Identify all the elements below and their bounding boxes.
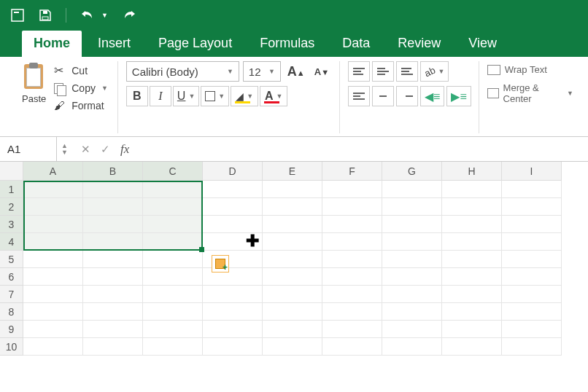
cell[interactable]: [203, 233, 263, 251]
cell[interactable]: [23, 181, 83, 198]
cell[interactable]: [382, 303, 442, 321]
cell[interactable]: [263, 198, 322, 216]
cell[interactable]: [502, 268, 562, 286]
bold-button[interactable]: B: [126, 86, 148, 106]
cell[interactable]: [83, 303, 143, 321]
cell[interactable]: [143, 251, 203, 268]
row-header[interactable]: 10: [0, 338, 23, 356]
cell[interactable]: [23, 268, 83, 286]
cell[interactable]: [83, 338, 143, 356]
row-header[interactable]: 4: [0, 233, 23, 251]
cell[interactable]: [83, 216, 143, 233]
cell[interactable]: [322, 286, 382, 303]
cell[interactable]: [23, 216, 83, 233]
cell[interactable]: [502, 321, 562, 338]
cell[interactable]: [442, 198, 502, 216]
cell[interactable]: [322, 198, 382, 216]
row-header[interactable]: 1: [0, 181, 23, 198]
cell[interactable]: [382, 233, 442, 251]
cell[interactable]: [263, 338, 322, 356]
row-header[interactable]: 6: [0, 268, 23, 286]
cell[interactable]: [263, 303, 322, 321]
cell[interactable]: [442, 321, 502, 338]
cell[interactable]: [263, 286, 322, 303]
grow-font-button[interactable]: A▲: [285, 62, 308, 82]
column-header[interactable]: B: [83, 162, 143, 181]
decrease-indent-button[interactable]: ◀≡: [420, 86, 444, 106]
cell[interactable]: [382, 251, 442, 268]
undo-icon[interactable]: [80, 8, 96, 23]
cell[interactable]: [23, 233, 83, 251]
cell[interactable]: [263, 321, 322, 338]
column-header[interactable]: H: [442, 162, 502, 181]
cell[interactable]: [442, 216, 502, 233]
cell[interactable]: [203, 181, 263, 198]
cell[interactable]: [322, 216, 382, 233]
cell[interactable]: [143, 321, 203, 338]
cell[interactable]: [23, 251, 83, 268]
row-header[interactable]: 2: [0, 198, 23, 216]
cell[interactable]: [382, 338, 442, 356]
spreadsheet-grid[interactable]: A B C D E F G H I 1 2 3 4 5 6 7 8 9 10: [0, 162, 588, 356]
tab-data[interactable]: Data: [330, 31, 382, 57]
merge-center-button[interactable]: Merge & Center ▼: [487, 82, 573, 104]
cell[interactable]: [322, 303, 382, 321]
column-header[interactable]: A: [23, 162, 83, 181]
cell[interactable]: [143, 286, 203, 303]
cell[interactable]: [322, 268, 382, 286]
orientation-button[interactable]: ab▼: [420, 61, 449, 82]
tab-page-layout[interactable]: Page Layout: [147, 31, 244, 57]
row-header[interactable]: 7: [0, 286, 23, 303]
cell[interactable]: [382, 268, 442, 286]
font-name-select[interactable]: Calibri (Body) ▼: [126, 61, 239, 82]
cell[interactable]: [83, 268, 143, 286]
cell[interactable]: [502, 233, 562, 251]
cell[interactable]: [143, 198, 203, 216]
cell[interactable]: [502, 251, 562, 268]
cell[interactable]: [203, 338, 263, 356]
cell[interactable]: [382, 216, 442, 233]
tab-home[interactable]: Home: [22, 31, 82, 57]
shrink-font-button[interactable]: A▼: [312, 64, 332, 79]
cell[interactable]: [203, 286, 263, 303]
paste-button[interactable]: Paste: [22, 61, 46, 104]
cell[interactable]: [143, 303, 203, 321]
cell[interactable]: [442, 268, 502, 286]
cell[interactable]: [442, 233, 502, 251]
cell[interactable]: [502, 338, 562, 356]
cell[interactable]: [83, 286, 143, 303]
cell[interactable]: [263, 251, 322, 268]
cell[interactable]: [442, 251, 502, 268]
font-color-button[interactable]: A ▼: [260, 86, 287, 106]
cell[interactable]: [322, 251, 382, 268]
cell[interactable]: [322, 181, 382, 198]
column-header[interactable]: C: [143, 162, 203, 181]
cell[interactable]: [322, 233, 382, 251]
wrap-text-button[interactable]: Wrap Text: [487, 64, 573, 75]
cell[interactable]: [203, 321, 263, 338]
cell[interactable]: [263, 233, 322, 251]
cell[interactable]: [143, 181, 203, 198]
cell[interactable]: [442, 303, 502, 321]
align-left-button[interactable]: [348, 86, 370, 106]
cancel-formula-icon[interactable]: ✕: [81, 143, 90, 156]
redo-icon[interactable]: [121, 8, 137, 23]
cell[interactable]: [23, 198, 83, 216]
cell[interactable]: [23, 321, 83, 338]
align-middle-button[interactable]: [372, 61, 394, 82]
row-header[interactable]: 8: [0, 303, 23, 321]
fx-icon[interactable]: fx: [120, 142, 129, 157]
name-box[interactable]: A1: [0, 137, 57, 161]
row-header[interactable]: 3: [0, 216, 23, 233]
underline-button[interactable]: U▼: [173, 86, 199, 106]
cell[interactable]: [442, 181, 502, 198]
cell[interactable]: [83, 198, 143, 216]
cell[interactable]: [83, 251, 143, 268]
format-painter-button[interactable]: 🖌 Format: [52, 98, 110, 112]
file-icon[interactable]: [10, 8, 25, 23]
cell[interactable]: [203, 303, 263, 321]
cell[interactable]: [23, 303, 83, 321]
align-top-button[interactable]: [348, 61, 370, 82]
cell[interactable]: [382, 198, 442, 216]
tab-insert[interactable]: Insert: [86, 31, 142, 57]
